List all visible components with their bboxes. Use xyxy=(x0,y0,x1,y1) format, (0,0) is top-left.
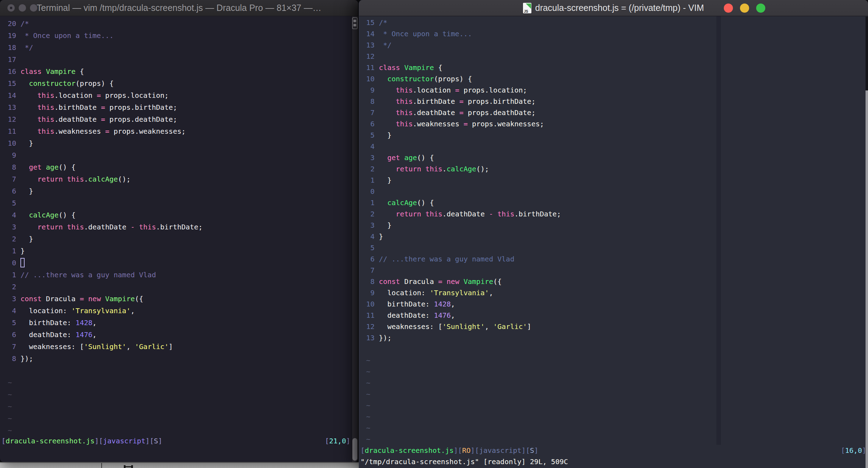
code-line[interactable]: 4 } xyxy=(366,231,868,242)
code-line[interactable]: 15 /* xyxy=(366,17,868,28)
vim-buffer-right[interactable]: 15 /*14 * Once upon a time...13 */12 11 … xyxy=(359,16,868,468)
zoom-button[interactable] xyxy=(30,4,37,12)
line-number: 0 xyxy=(366,187,379,196)
code-line[interactable]: 9 this.location = props.location; xyxy=(366,84,868,96)
close-button[interactable] xyxy=(7,4,15,12)
vim-buffer-left[interactable]: 20 /*19 * Once upon a time...18 */17 16 … xyxy=(0,16,352,462)
code-line[interactable]: 20 /* xyxy=(8,18,352,30)
code-line[interactable]: 6 // ...there was a guy named Vlad xyxy=(366,253,868,265)
statusline-file-info: [dracula-screenshot.js][javascript][S] xyxy=(1,435,162,447)
code-line[interactable]: 14 * Once upon a time... xyxy=(366,28,868,39)
line-number: 11 xyxy=(8,127,20,135)
code-line[interactable]: 11 deathDate: 1476, xyxy=(366,310,868,321)
line-number: 7 xyxy=(8,342,20,351)
code-line[interactable]: 15 constructor(props) { xyxy=(8,77,352,89)
vim-leaf-icon xyxy=(525,4,531,9)
line-number: 12 xyxy=(366,52,379,61)
code-line[interactable]: 13 }); xyxy=(366,332,868,343)
code-line[interactable]: 3 return this.deathDate - this.birthDate… xyxy=(8,221,352,233)
line-number: 2 xyxy=(8,235,20,243)
minimize-button[interactable] xyxy=(19,4,26,12)
code-line[interactable]: 17 xyxy=(8,53,352,65)
tilde-line: ~ xyxy=(8,412,352,424)
code-line[interactable]: 1 } xyxy=(366,175,868,186)
line-number: 9 xyxy=(366,86,379,94)
code-line[interactable]: 8 const Dracula = new Vampire({ xyxy=(366,276,868,287)
code-line[interactable]: 7 return this.calcAge(); xyxy=(8,173,352,185)
line-number: 6 xyxy=(8,187,20,195)
code-line[interactable]: 10 } xyxy=(8,137,352,149)
code-line[interactable]: 5 birthDate: 1428, xyxy=(8,317,352,329)
code-line[interactable]: 11 this.weaknesses = props.weaknesses; xyxy=(8,125,352,137)
line-number: 6 xyxy=(366,120,379,128)
scrollbar-thumb[interactable] xyxy=(352,438,357,461)
line-number: 3 xyxy=(8,223,20,231)
code-line[interactable]: 2 return this.deathDate - this.birthDate… xyxy=(366,208,868,220)
code-line[interactable]: 3 get age() { xyxy=(366,152,868,163)
line-number: 11 xyxy=(366,63,379,72)
code-line[interactable]: 12 xyxy=(366,51,868,62)
document-proxy-icon[interactable]: JS xyxy=(523,3,531,13)
code-line[interactable]: 6 this.weaknesses = props.weaknesses; xyxy=(366,118,868,129)
code-line[interactable]: 5 xyxy=(8,197,352,209)
line-number: 10 xyxy=(8,139,20,147)
line-number: 12 xyxy=(8,115,20,124)
code-line[interactable]: 12 weaknesses: ['Sunlight', 'Garlic'] xyxy=(366,321,868,332)
line-number: 7 xyxy=(366,266,379,274)
code-line[interactable]: 7 weaknesses: ['Sunlight', 'Garlic'] xyxy=(8,341,352,353)
screen: Terminal — vim /tmp/dracula-screenshot.j… xyxy=(0,0,868,468)
code-line[interactable]: 16 class Vampire { xyxy=(8,65,352,77)
code-line[interactable]: 7 xyxy=(366,265,868,276)
close-button[interactable] xyxy=(724,4,733,13)
code-line[interactable]: 13 */ xyxy=(366,39,868,51)
minimize-button[interactable] xyxy=(740,4,749,13)
code-line[interactable]: 12 this.deathDate = props.deathDate; xyxy=(8,113,352,125)
code-line[interactable]: 10 constructor(props) { xyxy=(366,73,868,84)
code-line[interactable]: 9 xyxy=(8,149,352,161)
clipped-scrollbar-track xyxy=(866,17,868,90)
code-line[interactable]: 19 * Once upon a time... xyxy=(8,30,352,42)
statusline-file-info: [dracula-screenshot.js][RO][javascript][… xyxy=(360,445,538,456)
code-line[interactable]: 8 }); xyxy=(8,353,352,365)
code-line[interactable]: 1 calcAge() { xyxy=(366,197,868,208)
macvim-titlebar[interactable]: JS dracula-screenshot.js = (/private/tmp… xyxy=(359,0,868,16)
terminal-scrollbar[interactable] xyxy=(352,16,358,462)
line-number: 4 xyxy=(8,306,20,315)
macvim-window: JS dracula-screenshot.js = (/private/tmp… xyxy=(359,0,868,468)
terminal-titlebar[interactable]: Terminal — vim /tmp/dracula-screenshot.j… xyxy=(0,0,358,16)
code-line[interactable]: 14 this.location = props.location; xyxy=(8,89,352,101)
code-line[interactable]: 2 xyxy=(8,281,352,293)
code-line[interactable]: 7 this.deathDate = props.deathDate; xyxy=(366,107,868,118)
split-pane-button[interactable] xyxy=(352,17,358,29)
tilde-line: ~ xyxy=(366,366,868,377)
code-line[interactable]: 18 */ xyxy=(8,42,352,53)
code-line[interactable]: 5 } xyxy=(366,129,868,141)
code-line[interactable]: 3 } xyxy=(366,220,868,231)
code-line[interactable]: 6 deathDate: 1476, xyxy=(8,329,352,341)
code-line[interactable]: 2 return this.calcAge(); xyxy=(366,163,868,175)
code-line[interactable]: 4 location: 'Transylvania', xyxy=(8,305,352,317)
code-line[interactable]: 0 xyxy=(8,257,352,269)
code-line[interactable]: 13 this.birthDate = props.birthDate; xyxy=(8,101,352,113)
clipped-scrollbar-thumb[interactable] xyxy=(866,90,868,468)
code-line[interactable]: 11 class Vampire { xyxy=(366,62,868,73)
code-line[interactable]: 8 get age() { xyxy=(8,161,352,173)
zoom-button[interactable] xyxy=(756,4,765,13)
code-line[interactable]: 1 // ...there was a guy named Vlad xyxy=(8,269,352,281)
line-number: 1 xyxy=(366,176,379,184)
code-line[interactable]: 6 } xyxy=(8,185,352,197)
vim-command-line: "/tmp/dracula-screenshot.js" [readonly] … xyxy=(360,456,866,467)
code-line[interactable]: 8 this.birthDate = props.birthDate; xyxy=(366,96,868,107)
code-line[interactable]: 1 } xyxy=(8,245,352,257)
line-number: 1 xyxy=(8,247,20,255)
code-line[interactable]: 0 xyxy=(366,186,868,197)
code-line[interactable]: 4 xyxy=(366,141,868,152)
code-line[interactable]: 5 xyxy=(366,242,868,253)
code-line[interactable]: 4 calcAge() { xyxy=(8,209,352,221)
code-line[interactable]: 2 } xyxy=(8,233,352,245)
statusline-position: [16,0] xyxy=(841,445,866,456)
terminal-window: Terminal — vim /tmp/dracula-screenshot.j… xyxy=(0,0,358,462)
code-line[interactable]: 3 const Dracula = new Vampire({ xyxy=(8,293,352,305)
code-line[interactable]: 10 birthDate: 1428, xyxy=(366,298,868,310)
code-line[interactable]: 9 location: 'Transylvania', xyxy=(366,287,868,298)
